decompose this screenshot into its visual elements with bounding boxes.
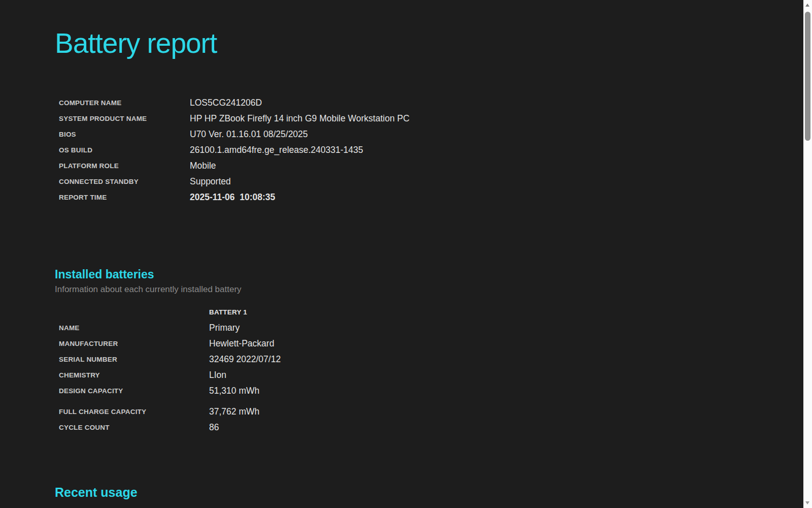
battery-1-column-header: BATTERY 1 [209, 308, 792, 316]
installed-batteries-subtitle: Information about each currently install… [55, 283, 792, 296]
info-value: Supported [190, 176, 792, 187]
info-label: REPORT TIME [55, 194, 190, 201]
info-label: NAME [55, 324, 209, 332]
info-label: DESIGN CAPACITY [55, 387, 209, 395]
system-info-table: COMPUTER NAME LOS5CG241206D SYSTEM PRODU… [55, 95, 792, 205]
scroll-up-icon[interactable] [805, 4, 809, 7]
scrollbar-thumb[interactable] [805, 12, 810, 141]
system-info-row-bios: BIOS U70 Ver. 01.16.01 08/25/2025 [55, 126, 792, 142]
battery-row-cycle-count: CYCLE COUNT 86 [55, 420, 792, 435]
info-value: LIon [209, 370, 792, 380]
info-value: 32469 2022/07/12 [209, 354, 792, 365]
info-label: CYCLE COUNT [55, 424, 209, 431]
info-value: Hewlett-Packard [209, 338, 792, 349]
info-value: 37,762 mWh [209, 406, 792, 417]
system-info-row-platform-role: PLATFORM ROLE Mobile [55, 158, 792, 174]
info-value: HP HP ZBook Firefly 14 inch G9 Mobile Wo… [190, 113, 792, 124]
system-info-row-connected-standby: CONNECTED STANDBY Supported [55, 174, 792, 189]
info-label: FULL CHARGE CAPACITY [55, 408, 209, 416]
info-value: U70 Ver. 01.16.01 08/25/2025 [190, 129, 792, 140]
info-value: Mobile [190, 161, 792, 171]
info-value: 26100.1.amd64fre.ge_release.240331-1435 [190, 145, 792, 155]
recent-usage-heading: Recent usage [55, 485, 792, 500]
info-value: 51,310 mWh [209, 386, 792, 396]
battery-row-name: NAME Primary [55, 320, 792, 336]
installed-batteries-heading: Installed batteries [55, 267, 792, 282]
report-time-value: 2025-11-06 10:08:35 [190, 192, 792, 203]
info-label: PLATFORM ROLE [55, 162, 190, 170]
page-title: Battery report [55, 0, 792, 62]
info-label: BIOS [55, 131, 190, 138]
info-label: COMPUTER NAME [55, 99, 190, 107]
system-info-row-computer-name: COMPUTER NAME LOS5CG241206D [55, 95, 792, 111]
info-label: CHEMISTRY [55, 371, 209, 379]
info-value: 86 [209, 422, 792, 433]
battery-row-serial-number: SERIAL NUMBER 32469 2022/07/12 [55, 352, 792, 367]
battery-row-manufacturer: MANUFACTURER Hewlett-Packard [55, 336, 792, 352]
info-label: CONNECTED STANDBY [55, 178, 190, 185]
battery-row-chemistry: CHEMISTRY LIon [55, 367, 792, 383]
info-label: SERIAL NUMBER [55, 356, 209, 363]
battery-info-table-secondary: FULL CHARGE CAPACITY 37,762 mWh CYCLE CO… [55, 404, 792, 435]
system-info-row-os-build: OS BUILD 26100.1.amd64fre.ge_release.240… [55, 142, 792, 158]
info-label: OS BUILD [55, 146, 190, 154]
battery-row-full-charge-capacity: FULL CHARGE CAPACITY 37,762 mWh [55, 404, 792, 420]
info-label: MANUFACTURER [55, 340, 209, 347]
info-value: Primary [209, 323, 792, 333]
system-info-row-system-product-name: SYSTEM PRODUCT NAME HP HP ZBook Firefly … [55, 111, 792, 126]
system-info-row-report-time: REPORT TIME 2025-11-06 10:08:35 [55, 189, 792, 205]
battery-report-page: Battery report COMPUTER NAME LOS5CG24120… [0, 0, 812, 500]
info-label: SYSTEM PRODUCT NAME [55, 115, 190, 122]
info-value: LOS5CG241206D [190, 98, 792, 108]
battery-info-table: BATTERY 1 NAME Primary MANUFACTURER Hewl… [55, 304, 792, 435]
vertical-scrollbar[interactable] [803, 0, 812, 508]
battery-column-header-row: BATTERY 1 [55, 304, 792, 320]
battery-row-design-capacity: DESIGN CAPACITY 51,310 mWh [55, 383, 792, 399]
scroll-down-icon[interactable] [805, 501, 809, 504]
